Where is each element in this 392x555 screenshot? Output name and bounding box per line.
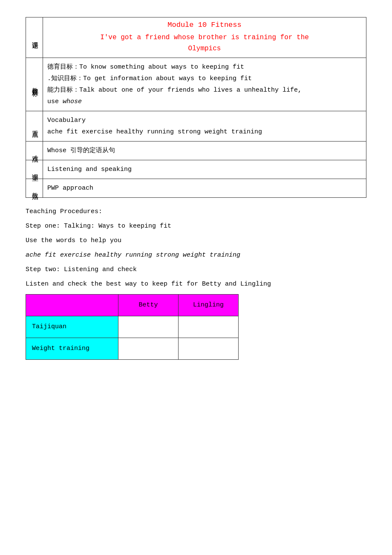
weight-training-betty — [118, 338, 178, 360]
lesson-title: I've got a friend whose brother is train… — [47, 32, 362, 54]
header-lingling-cell: Lingling — [178, 295, 238, 316]
label-lesson-type: 课型 — [26, 160, 43, 179]
label-ketai: 课题 — [26, 17, 43, 58]
title-cell: Module 10 Fitness I've got a friend whos… — [43, 17, 366, 58]
the-word: the — [297, 34, 309, 41]
lesson-plan-table: 课题 Module 10 Fitness I've got a friend w… — [26, 17, 366, 198]
listen-text: Listen and check the best way to keep fi… — [26, 278, 366, 291]
weight-training-lingling — [178, 338, 238, 360]
goals-row: 教学目标 德育目标：To know something about ways t… — [26, 58, 366, 111]
taijiquan-lingling — [178, 316, 238, 338]
listen-check-table: Betty Lingling Taijiquan Weight training — [26, 294, 239, 360]
procedures-label: Teaching Procedures: — [26, 205, 366, 218]
label-focus: 重点 — [26, 111, 43, 142]
teaching-section: Teaching Procedures: Step one: Talking: … — [26, 205, 366, 360]
difficulty-row: 难点 Whose 引导的定语从句 — [26, 142, 366, 160]
goal-line-2: .知识目标：To get information about ways to k… — [47, 73, 362, 84]
weight-training-row: Weight training — [26, 338, 239, 360]
module-title: Module 10 Fitness — [47, 21, 362, 29]
difficulty-content: Whose 引导的定语从句 — [43, 142, 366, 160]
listen-header-row: Betty Lingling — [26, 295, 239, 316]
goals-content: 德育目标：To know something about ways to kee… — [43, 58, 366, 111]
goal-line-3: 能力目标：Talk about one of your friends who … — [47, 84, 362, 96]
weight-training-label: Weight training — [26, 338, 118, 360]
lesson-type-content: Listening and speaking — [43, 160, 366, 179]
taijiquan-betty — [118, 316, 178, 338]
difficulty-text: Whose 引导的定语从句 — [47, 145, 362, 156]
label-method: 教法 — [26, 179, 43, 198]
taijiquan-label: Taijiquan — [26, 316, 118, 338]
lesson-type-text: Listening and speaking — [47, 164, 362, 175]
focus-row: 重点 Vocabulary ache fit exercise healthy … — [26, 111, 366, 142]
words-italic: ache fit exercise healthy running strong… — [26, 249, 366, 262]
lesson-type-row: 课型 Listening and speaking — [26, 160, 366, 179]
step1: Step one: Talking: Ways to keeping fit — [26, 220, 366, 233]
goal-line-4: use whose — [47, 96, 362, 107]
step2: Step two: Listening and check — [26, 263, 366, 276]
taijiquan-row: Taijiquan — [26, 316, 239, 338]
header-empty-cell — [26, 295, 118, 316]
use-words: Use the words to help you — [26, 234, 366, 247]
method-row: 教法 PWP approach — [26, 179, 366, 198]
focus-content: Vocabulary ache fit exercise healthy run… — [43, 111, 366, 142]
label-goals: 教学目标 — [26, 58, 43, 111]
label-difficulty: 难点 — [26, 142, 43, 160]
focus-line-1: Vocabulary — [47, 115, 362, 126]
title-row: 课题 Module 10 Fitness I've got a friend w… — [26, 17, 366, 58]
goal-line-1: 德育目标：To know something about ways to kee… — [47, 61, 362, 73]
header-betty-cell: Betty — [118, 295, 178, 316]
method-text: PWP approach — [47, 182, 362, 194]
method-content: PWP approach — [43, 179, 366, 198]
focus-line-2: ache fit exercise healthy running strong… — [47, 126, 362, 138]
